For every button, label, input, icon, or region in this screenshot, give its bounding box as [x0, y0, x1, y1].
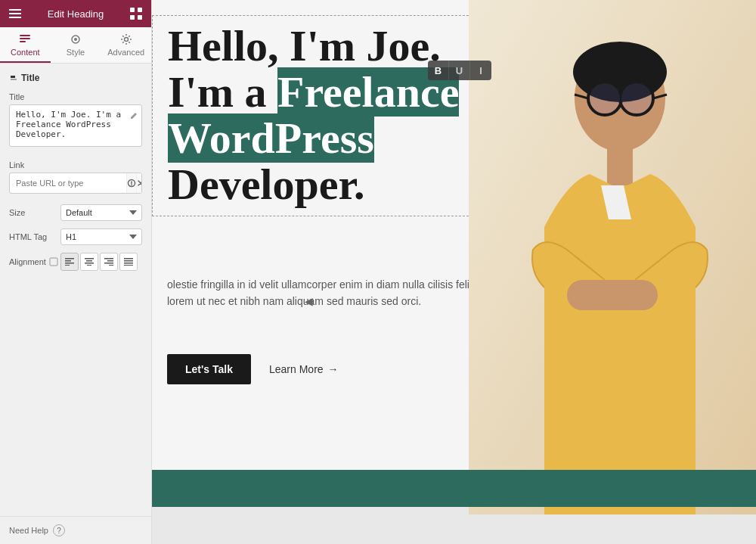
heading-text: Hello, I'm Joe. I'm a Freelance WordPres… [168, 23, 476, 208]
svg-rect-6 [20, 41, 26, 42]
person-bg [469, 0, 756, 514]
title-label: Title [9, 92, 142, 101]
body-text-content: olestie fringilla in id velit ullamcorpe… [167, 278, 475, 307]
svg-rect-19 [86, 260, 92, 262]
tab-content[interactable]: Content [0, 27, 51, 63]
hamburger-menu[interactable] [9, 9, 21, 18]
panel-header: Edit Heading [0, 0, 151, 27]
svg-rect-16 [65, 263, 74, 264]
alignment-label: Alignment [9, 257, 60, 266]
svg-point-38 [590, 83, 620, 113]
section-label: Title [21, 73, 39, 83]
svg-rect-26 [124, 258, 133, 260]
svg-point-8 [74, 38, 77, 41]
svg-rect-2 [130, 15, 135, 20]
underline-btn[interactable]: U [449, 61, 470, 80]
body-text: olestie fringilla in id velit ullamcorpe… [167, 276, 484, 310]
svg-rect-24 [104, 263, 113, 264]
title-textarea-wrapper [9, 104, 142, 150]
svg-rect-40 [607, 148, 633, 185]
format-toolbar: B U I [428, 61, 491, 80]
scroll-arrow[interactable]: ◀ [305, 295, 313, 307]
svg-rect-15 [65, 260, 71, 262]
bottom-strip [152, 470, 756, 507]
svg-rect-20 [85, 263, 94, 264]
heading-container[interactable]: Hello, I'm Joe. I'm a Freelance WordPres… [152, 15, 491, 216]
svg-rect-5 [20, 38, 30, 39]
cta-area: Let's Talk Learn More → [167, 354, 339, 384]
tab-style[interactable]: Style [51, 27, 101, 63]
tab-style-label: Style [67, 48, 85, 57]
svg-rect-23 [107, 260, 113, 262]
heading-part3: Developer. [168, 160, 364, 209]
link-remove-btn[interactable] [136, 173, 142, 193]
lets-talk-button[interactable]: Let's Talk [167, 354, 251, 384]
align-left-btn[interactable] [60, 253, 79, 271]
html-tag-row: HTML Tag H1H2H3H4H5H6 [9, 228, 142, 245]
person-image [469, 0, 756, 514]
learn-more-label: Learn More [269, 363, 324, 375]
svg-rect-18 [85, 258, 94, 260]
svg-rect-28 [124, 263, 133, 264]
size-row: Size DefaultSmallMediumLarge [9, 204, 142, 221]
tab-advanced[interactable]: Advanced [101, 27, 151, 63]
link-input-wrapper [9, 173, 142, 194]
heading-part1: Hello, I'm Joe. [168, 21, 441, 70]
svg-rect-14 [65, 258, 74, 260]
svg-rect-0 [130, 8, 135, 12]
html-tag-label: HTML Tag [9, 232, 60, 241]
bold-btn[interactable]: B [428, 61, 449, 80]
svg-rect-29 [124, 265, 133, 266]
grid-icon[interactable] [130, 8, 142, 20]
svg-rect-1 [138, 8, 142, 12]
tab-content-label: Content [11, 48, 40, 57]
svg-rect-21 [87, 265, 91, 266]
svg-rect-13 [50, 258, 57, 266]
help-icon[interactable]: ? [53, 524, 65, 536]
link-label: Link [9, 160, 142, 169]
italic-btn[interactable]: I [470, 61, 491, 80]
need-help-footer[interactable]: Need Help ? [0, 516, 151, 544]
size-select[interactable]: DefaultSmallMediumLarge [60, 204, 142, 221]
panel-title: Edit Heading [48, 8, 104, 20]
edit-icon[interactable] [130, 109, 138, 123]
align-justify-btn[interactable] [119, 253, 138, 271]
link-field-row: Link [9, 160, 142, 194]
svg-rect-41 [567, 280, 658, 310]
title-textarea[interactable] [9, 104, 142, 147]
svg-marker-10 [11, 76, 15, 78]
svg-point-9 [124, 38, 128, 42]
svg-rect-22 [104, 258, 113, 260]
alignment-buttons [60, 253, 138, 271]
edit-panel: Edit Heading Content Style Advanced Titl… [0, 0, 152, 544]
tab-advanced-label: Advanced [107, 48, 144, 57]
arrow-icon: → [328, 363, 339, 375]
html-tag-select[interactable]: H1H2H3H4H5H6 [60, 228, 142, 245]
hero-section: B U I Hello, I'm Joe. I'm a Freelance Wo… [152, 0, 756, 507]
svg-marker-11 [11, 79, 17, 80]
align-right-btn[interactable] [100, 253, 118, 271]
align-center-btn[interactable] [80, 253, 98, 271]
svg-rect-4 [20, 35, 30, 36]
heading-part2: I'm a [168, 67, 277, 117]
panel-content-area: Title Title Link [0, 64, 151, 516]
size-label: Size [9, 208, 60, 217]
section-title-heading: Title [9, 73, 142, 83]
svg-point-39 [621, 83, 652, 113]
alignment-row: Alignment [9, 253, 142, 271]
need-help-text: Need Help [9, 526, 48, 535]
title-field-row: Title [9, 92, 142, 150]
svg-rect-27 [124, 260, 133, 262]
link-settings-btn[interactable] [126, 173, 136, 193]
panel-tabs: Content Style Advanced [0, 27, 151, 64]
svg-rect-17 [65, 265, 70, 266]
svg-rect-25 [109, 265, 113, 266]
learn-more-button[interactable]: Learn More → [269, 363, 339, 375]
svg-rect-3 [138, 15, 142, 20]
link-input[interactable] [10, 175, 126, 191]
page-preview: B U I Hello, I'm Joe. I'm a Freelance Wo… [152, 0, 756, 544]
